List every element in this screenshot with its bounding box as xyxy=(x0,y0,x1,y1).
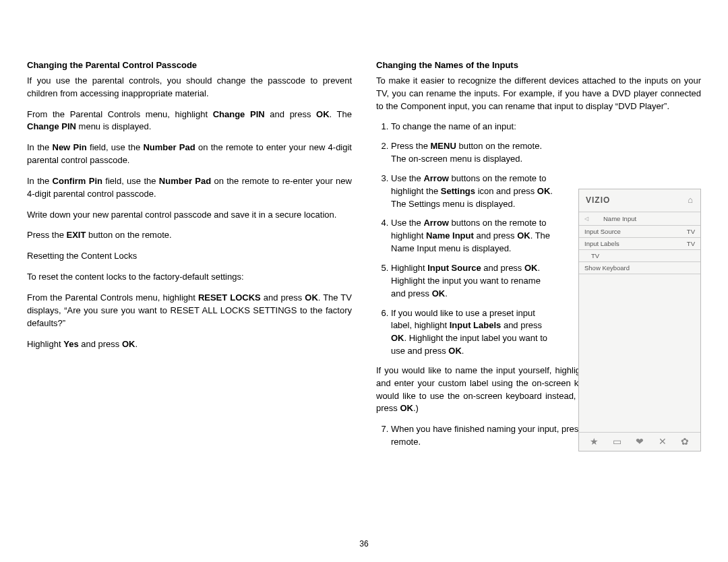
list-item: Press the MENU button on the remote. The… xyxy=(391,140,559,166)
gear-icon: ✿ xyxy=(677,435,692,448)
panel-row-input-labels: Input Labels TV xyxy=(579,238,700,250)
panel-header: VIZIO ⌂ xyxy=(579,189,700,212)
home-icon: ⌂ xyxy=(688,194,694,207)
para: Press the EXIT button on the remote. xyxy=(27,229,352,242)
para: From the Parental Controls menu, highlig… xyxy=(27,108,352,134)
para: To make it easier to recognize the diffe… xyxy=(376,75,701,113)
heading-parental-passcode: Changing the Parental Control Passcode xyxy=(27,59,352,72)
para: Write down your new parental control pas… xyxy=(27,209,352,222)
list-item: Use the Arrow buttons on the remote to h… xyxy=(391,173,559,211)
list-item: Highlight Input Source and press OK. Hig… xyxy=(391,262,559,301)
left-column: Changing the Parental Control Passcode I… xyxy=(27,59,352,456)
para: Resetting the Content Locks xyxy=(27,250,352,263)
heading-input-names: Changing the Names of the Inputs xyxy=(376,59,701,72)
page-body: Changing the Parental Control Passcode I… xyxy=(27,59,701,456)
para: Highlight Yes and press OK. xyxy=(27,338,352,351)
close-icon: ✕ xyxy=(655,435,670,448)
para: From the Parental Controls menu, highlig… xyxy=(27,292,352,330)
vizio-menu-panel: VIZIO ⌂ ◁ Name Input Input Source TV Inp… xyxy=(578,189,701,451)
panel-row-input-source: Input Source TV xyxy=(579,226,700,238)
para: If you use the parental controls, you sh… xyxy=(27,75,352,100)
list-item: If you would like to use a preset input … xyxy=(391,307,559,358)
panel-breadcrumb: ◁ Name Input xyxy=(579,212,700,226)
brand-logo: VIZIO xyxy=(586,195,610,206)
panel-spacer xyxy=(579,274,700,432)
para: In the New Pin field, use the Number Pad… xyxy=(27,142,352,167)
screen-icon: ▭ xyxy=(609,435,624,448)
page-number: 36 xyxy=(0,538,728,550)
star-icon: ★ xyxy=(587,435,602,448)
para: In the Confirm Pin field, use the Number… xyxy=(27,175,352,201)
right-column: Changing the Names of the Inputs To make… xyxy=(376,59,701,456)
panel-row-tv: TV xyxy=(579,250,700,262)
para: To reset the content locks to the factor… xyxy=(27,271,352,284)
chevron-down-icon: ❤ xyxy=(632,435,647,448)
panel-footer: ★ ▭ ❤ ✕ ✿ xyxy=(579,432,700,451)
list-item: To change the name of an input: xyxy=(391,121,559,133)
panel-row-show-keyboard: Show Keyboard xyxy=(579,262,700,274)
list-item: Use the Arrow buttons on the remote to h… xyxy=(391,217,559,255)
back-icon: ◁ xyxy=(584,215,588,223)
